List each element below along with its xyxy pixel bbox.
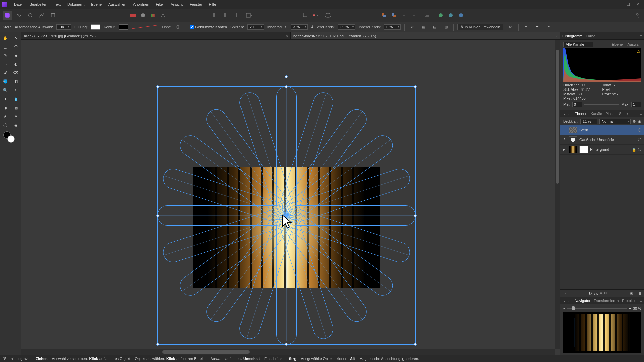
tab-history[interactable]: Protokoll	[622, 299, 636, 303]
canvas[interactable]	[21, 40, 560, 355]
persona-export-icon[interactable]	[48, 11, 58, 20]
panel-drag-icon[interactable]: ⋮⋮	[562, 298, 570, 303]
scrollbar-thumb[interactable]	[162, 350, 250, 354]
resize-handle-se[interactable]	[414, 343, 417, 346]
window-minimize-icon[interactable]: —	[616, 2, 621, 7]
menu-fenster[interactable]: Fenster	[186, 1, 205, 8]
layer-fx-icon[interactable]: ◉	[638, 119, 641, 124]
align-icon[interactable]	[423, 11, 431, 19]
points-input[interactable]: 20	[247, 24, 264, 30]
transform-origin-icon[interactable]: ⊕	[408, 23, 416, 31]
persona-tonemap-icon[interactable]	[37, 11, 46, 20]
order-front-icon[interactable]	[390, 11, 398, 19]
navigator-preview[interactable]	[563, 312, 641, 353]
resize-handle-n[interactable]	[285, 85, 288, 88]
marquee-tool-icon[interactable]: ▭	[0, 60, 11, 68]
hand-tool-icon[interactable]: ✋	[0, 34, 11, 42]
document-tab[interactable]: beech-forest-779902_1920.jpg [Geändert] …	[291, 32, 560, 39]
cloud-sync-icon[interactable]	[447, 11, 455, 19]
rotate-handle[interactable]	[285, 75, 288, 78]
live-filter-icon[interactable]: ⌗	[600, 291, 602, 295]
arrange-left-icon[interactable]	[211, 11, 219, 19]
tab-stock[interactable]: Stock	[619, 112, 628, 116]
navigator-viewport[interactable]	[574, 318, 631, 347]
convert-to-curves-button[interactable]: ↯ In Kurven umwandeln	[457, 24, 503, 30]
layer-name[interactable]: Stern	[579, 128, 636, 132]
menu-ebene[interactable]: Ebene	[88, 1, 105, 8]
order-back-icon[interactable]	[380, 11, 388, 19]
show-guides-icon[interactable]: ▥	[442, 23, 450, 31]
persona-liquify-icon[interactable]	[14, 11, 23, 20]
layer-thumbnail[interactable]	[569, 146, 577, 153]
pen-tool-icon[interactable]: ✎	[0, 51, 11, 60]
quicklook-lab-icon[interactable]	[159, 11, 167, 19]
zoom-out-icon[interactable]: −	[563, 306, 565, 310]
tab-transform[interactable]: Transformieren	[594, 299, 619, 303]
tab-navigator[interactable]: Navigator	[575, 299, 590, 303]
blur-tool-icon[interactable]: 💧	[11, 95, 21, 103]
horizontal-scrollbar[interactable]	[21, 349, 555, 355]
group-icon[interactable]: ▣	[630, 291, 633, 295]
zoom-slider[interactable]	[567, 308, 627, 309]
fill-tool-icon[interactable]: 🪣	[0, 77, 11, 86]
fx-layer-icon[interactable]: ƒx	[594, 291, 598, 295]
close-icon[interactable]: ×	[556, 34, 558, 38]
arrange-center-icon[interactable]	[221, 11, 229, 19]
panel-menu-icon[interactable]: ≡	[640, 112, 642, 116]
heal-tool-icon[interactable]: ✚	[0, 95, 11, 103]
resize-handle-ne[interactable]	[414, 85, 417, 88]
hist-mode-selection[interactable]: Auswahl	[627, 42, 641, 46]
menu-filter[interactable]: Filter	[153, 1, 167, 8]
align-left-icon[interactable]: ≡	[522, 23, 530, 31]
gradient-tool-icon[interactable]: ◧	[11, 77, 21, 86]
scrollbar-thumb[interactable]	[556, 50, 559, 184]
menu-ansicht[interactable]: Ansicht	[167, 1, 186, 8]
layer-row[interactable]: Stern	[560, 125, 644, 135]
channel-dropdown[interactable]: Alle Kanäle	[563, 42, 593, 47]
resize-handle-e[interactable]	[414, 214, 417, 217]
layer-visibility-toggle[interactable]	[638, 148, 641, 151]
selection-bounds[interactable]	[157, 86, 416, 345]
transform-mode-icon[interactable]: ▦	[419, 23, 427, 31]
smooth-edges-checkbox[interactable]: Gekrümmte Kanten	[190, 25, 227, 29]
resize-handle-sw[interactable]	[156, 343, 159, 346]
arrange-right-icon[interactable]	[231, 11, 239, 19]
layer-row[interactable]: ▸ Hintergrund 🔒	[560, 145, 644, 155]
shape-tool-icon[interactable]: ◯	[0, 121, 11, 129]
cloud-share-icon[interactable]	[457, 11, 465, 19]
panel-drag-icon[interactable]: ⋮⋮	[562, 111, 570, 116]
layer-name[interactable]: Gaußsche Unschärfe	[579, 138, 636, 142]
assistant-icon[interactable]	[324, 11, 332, 19]
menu-text[interactable]: Text	[51, 1, 64, 8]
tab-brushes[interactable]: Pinsel	[605, 112, 615, 116]
lock-icon[interactable]: 🔒	[632, 148, 636, 152]
eyedropper-tool-icon[interactable]: ◉	[11, 121, 21, 129]
menu-anordnen[interactable]: Anordnen	[130, 1, 153, 8]
hist-min-input[interactable]	[572, 102, 582, 107]
resize-handle-nw[interactable]	[156, 85, 159, 88]
node-tool-icon[interactable]: ◆	[11, 51, 21, 60]
stroke-width-slider[interactable]	[132, 24, 159, 30]
inner-circle-input[interactable]: 0 %	[384, 24, 401, 30]
delete-layer-icon[interactable]: 🗑	[638, 291, 642, 295]
outer-circle-input[interactable]: 69 %	[338, 24, 355, 30]
tab-channels[interactable]: Kanäle	[591, 112, 602, 116]
window-close-icon[interactable]: ✕	[635, 2, 640, 7]
geometry-settings-icon[interactable]: ⎚	[507, 23, 515, 31]
window-maximize-icon[interactable]: ☐	[626, 2, 631, 7]
align-right-icon[interactable]: ≡	[545, 23, 553, 31]
persona-photo-icon[interactable]	[3, 11, 12, 20]
move-tool-icon[interactable]: ↖	[11, 34, 21, 42]
menu-bearbeiten[interactable]: Bearbeiten	[26, 1, 51, 8]
panel-menu-icon[interactable]: ≡	[640, 299, 642, 303]
star-tool-icon[interactable]: ★	[0, 112, 11, 121]
dodge-tool-icon[interactable]: ◑	[0, 103, 11, 112]
zoom-value[interactable]: 30 %	[633, 306, 641, 310]
persona-develop-icon[interactable]	[25, 11, 35, 20]
selection-dropdown-icon[interactable]: ▾	[245, 11, 253, 19]
opacity-input[interactable]: 11 %	[580, 119, 597, 124]
inner-radius-input[interactable]: 3 %	[291, 24, 308, 30]
text-tool-icon[interactable]: A	[11, 112, 21, 121]
menu-auswaehlen[interactable]: Auswählen	[105, 1, 130, 8]
quicklook-grey-icon[interactable]	[139, 11, 147, 19]
